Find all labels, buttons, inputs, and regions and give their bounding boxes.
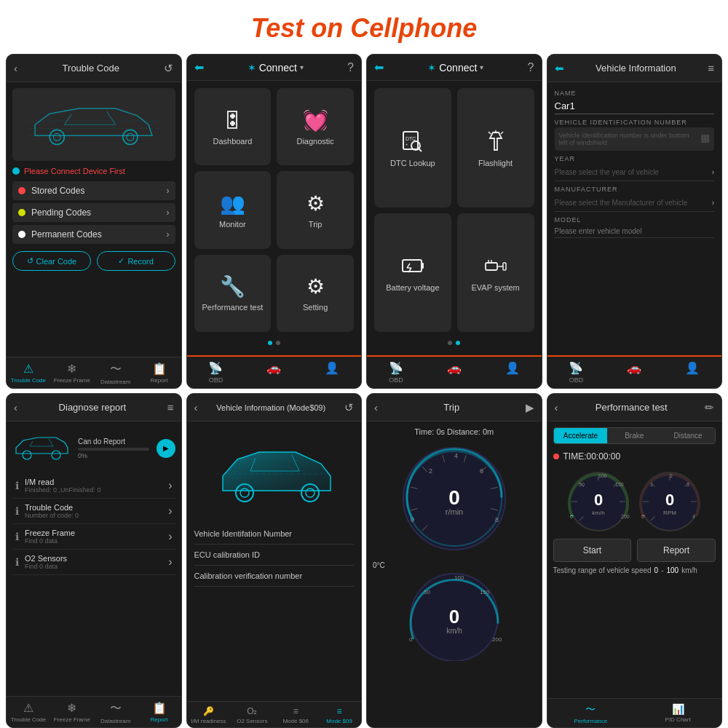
nav-datastream[interactable]: 〜 Datastream [94,357,138,388]
back-icon-4[interactable]: ⬅ [555,62,564,75]
start-button[interactable]: Start [553,539,632,562]
tab-accelerate[interactable]: Accelerate [554,428,608,443]
action-buttons: ↺ Clear Code ✓ Record [12,251,175,271]
help-icon-3[interactable]: ? [528,61,534,74]
bluetooth-icon: ✶ [248,62,256,74]
vin-box: Vehicle identification number is under b… [555,127,715,151]
back-icon-2[interactable]: ⬅ [194,60,204,74]
record-button[interactable]: ✓ Record [97,251,175,271]
evap-system-item[interactable]: EVAP system [457,213,534,333]
nav-performance-8[interactable]: 〜 Performance [547,699,635,727]
stored-codes-item[interactable]: Stored Codes › [12,181,175,200]
permanent-codes-item[interactable]: Permanent Codes › [12,225,175,244]
tab-car-4[interactable]: 🚗 [605,357,663,388]
year-label: YEAR [555,155,715,162]
tab-user-3[interactable]: 👤 [483,357,542,388]
nav-mode09-6[interactable]: ≡ Mode $09 [317,702,361,727]
menu-grid-2: 🎛 Dashboard 💓 Diagnostic 👥 Monitor ⚙ Tri… [194,88,355,332]
help-icon-2[interactable]: ? [347,61,354,74]
trip-info: Time: 0s Distance: 0m [414,427,494,436]
svg-text:0: 0 [411,516,414,523]
tab-brake[interactable]: Brake [607,428,661,443]
nav-ds-5[interactable]: 〜 Datastream [94,697,138,727]
back-icon-7[interactable]: ‹ [374,401,378,414]
freeze-frame-report-item[interactable]: ℹ Freeze Frame Find 0 data › [12,524,175,550]
diagnostic-menu-item[interactable]: 💓 Diagnostic [277,88,354,165]
setting-menu-item[interactable]: ⚙ Setting [277,255,354,332]
clear-code-button[interactable]: ↺ Clear Code [12,251,91,271]
dtc-lookup-item[interactable]: DTC + DTC Lookup [374,88,451,207]
tab-obd-3[interactable]: 📡 OBD [367,357,425,388]
trouble-code-report-item[interactable]: ℹ Trouble Code Number of code: 0 › [12,499,175,524]
nav-freeze-frame[interactable]: ❄ Freeze Frame [50,357,94,388]
refresh-icon-1[interactable]: ↺ [164,62,173,75]
speed-gauge-8: 0 km/h 0 50 100 150 200 [566,469,631,534]
topbar-title-4: Vehicle Information [596,63,676,74]
nav-trouble-code[interactable]: ⚠ Trouble Code [7,357,50,388]
topbar-5: ‹ Diagnose report ≡ [7,394,181,422]
manufacturer-select[interactable]: Please select the Manufacturer of vehicl… [555,194,715,212]
menu-icon-5[interactable]: ≡ [167,401,174,414]
tab-distance[interactable]: Distance [661,428,715,443]
progress-bar [78,448,149,451]
battery-voltage-item[interactable]: Battery voltage [374,213,451,333]
pending-codes-item[interactable]: Pending Codes › [12,203,175,222]
refresh-icon-6[interactable]: ↺ [344,401,354,414]
tab-user-4[interactable]: 👤 [663,357,721,388]
tab-car-2[interactable]: 🚗 [245,357,303,388]
svg-text:6: 6 [480,467,483,475]
svg-text:km/h: km/h [446,627,462,635]
bottom-tabs-3: 📡 OBD 🚗 👤 [367,355,542,388]
car3d-image [194,429,355,523]
svg-line-14 [501,132,503,134]
play-button[interactable]: ▶ [157,439,175,458]
nav-report[interactable]: 📋 Report [138,357,181,388]
tab-obd-4[interactable]: 📡 OBD [547,357,606,388]
time-label: TIME:00:00:00 [563,451,621,462]
flashlight-item[interactable]: Flashlight [457,88,534,207]
back-icon-8[interactable]: ‹ [555,401,558,414]
nav-ff-5[interactable]: ❄ Freeze Frame [50,697,94,727]
back-icon-5[interactable]: ‹ [14,401,17,414]
back-icon-1[interactable]: ‹ [14,62,17,74]
screen-connect-dashboard: ⬅ ✶ Connect ▾ ? 🎛 Dashboard 💓 Diagnostic… [186,54,363,389]
nav-pid-chart-8[interactable]: 📊 PID Chart [634,699,721,727]
o2-sensors-report-item[interactable]: ℹ O2 Sensors Find 0 data › [12,550,175,575]
nav-tc-5[interactable]: ⚠ Trouble Code [7,697,50,727]
year-select[interactable]: Please select the year of vehicle › [555,164,715,181]
topbar-6: ‹ Vehicle Information (Mode$09) ↺ [187,394,362,422]
nav-im-6[interactable]: 🔑 I/M readiness [187,702,231,727]
dashboard-menu-item[interactable]: 🎛 Dashboard [194,88,272,165]
report-button-8[interactable]: Report [637,539,716,562]
range-label: Testing range of vehicle speed [553,566,652,574]
nav-report-5[interactable]: 📋 Report [138,697,181,727]
trip-icon: ⚙ [306,191,325,215]
nav-mode06-6[interactable]: ≡ Mode $06 [274,702,317,727]
im-read-item[interactable]: ℹ I/M read Finished: 0 ,UnFinished: 0 › [12,473,175,499]
name-input[interactable] [555,98,715,114]
model-input[interactable] [555,225,715,238]
speed-gauge-svg: 0 km/h 0 50 100 150 200 [403,566,505,661]
tab-user-2[interactable]: 👤 [303,357,361,388]
svg-rect-16 [422,263,424,269]
svg-text:4: 4 [454,452,458,459]
bottom-nav-5: ⚠ Trouble Code ❄ Freeze Frame 〜 Datastre… [7,696,181,727]
svg-point-2 [123,130,138,144]
edit-icon-8[interactable]: ✏ [705,401,714,414]
svg-text:200: 200 [492,636,502,643]
screen-vehicle-mode09: ‹ Vehicle Information (Mode$09) ↺ [186,393,363,728]
svg-text:0: 0 [665,491,674,509]
nav-o2-6[interactable]: O₂ O2 Sensors [230,702,274,727]
back-icon-3[interactable]: ⬅ [374,60,384,74]
setting-icon: ⚙ [306,274,325,298]
tab-obd-2[interactable]: 📡 OBD [187,357,245,388]
monitor-menu-item[interactable]: 👥 Monitor [194,171,272,248]
performance-menu-item[interactable]: 🔧 Performance test [194,255,272,332]
play-icon-7[interactable]: ▶ [526,401,534,414]
menu-icon-4[interactable]: ≡ [708,62,714,74]
topbar-title-1: Trouble Code [63,63,119,74]
trip-menu-item[interactable]: ⚙ Trip [277,171,354,248]
back-icon-6[interactable]: ‹ [194,401,198,414]
tab-car-3[interactable]: 🚗 [425,357,483,388]
progress-section: Can do Report 0% [78,438,149,459]
